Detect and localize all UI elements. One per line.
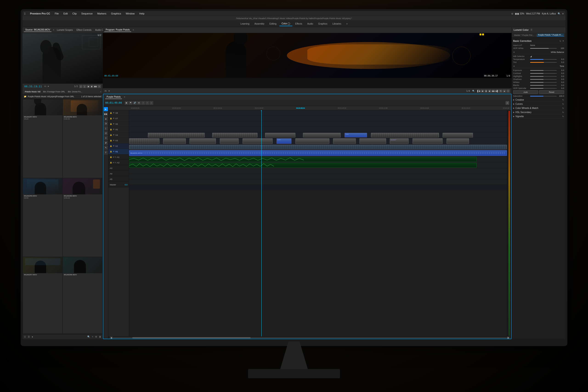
prog-btn-next[interactable]: ▶▶ [492,90,495,92]
reset-icon[interactable]: ↻ [560,40,561,42]
auto-btn[interactable]: Auto [513,90,538,94]
tool-select-btn[interactable]: ▶ [104,107,108,111]
menu-options-icon[interactable]: ≡ [562,12,564,15]
track-mute-a2[interactable]: M [113,162,114,164]
lumetri-section-creative[interactable]: ▶ Creative ↻ [513,98,564,102]
whites-value[interactable]: 0.0 [558,81,564,84]
clip-v1-main[interactable]: 961A6261.MOV2 [129,150,507,156]
track-eye-v2[interactable]: 👁 [113,145,115,147]
bin-more-btn[interactable]: » [100,90,101,93]
menu-help[interactable]: Help [138,12,145,15]
program-tab-close[interactable]: ✕ [132,29,134,31]
tint-value[interactable]: 5.0 [558,61,564,64]
track-mute-a1[interactable]: M [113,156,114,158]
prog-btn-next-edit[interactable]: ▶▌ [496,90,499,92]
menu-file[interactable]: File [54,12,60,15]
track-lock-v8[interactable]: 🔒 [110,112,112,114]
wb-selector-btn[interactable]: ◢ [530,55,532,58]
list-item[interactable]: 961A6259.MOV 49;56 [23,178,62,257]
blacks-slider[interactable] [530,85,557,86]
timeline-tab-close[interactable]: ✕ [124,96,125,98]
clip-v3-1[interactable] [129,138,159,144]
prog-btn-prev-edit[interactable]: ▌◀ [477,90,480,92]
tool-ripple[interactable]: ∎ [104,117,108,121]
track-lock-v4[interactable]: 🔒 [110,134,112,136]
track-row-v3[interactable]: Color 961A627 [129,138,507,144]
source-btn-prev[interactable]: ◀ [87,85,90,88]
lumetri-tab-master[interactable]: Master * Purple Pistols.mp3 [513,34,536,36]
track-lock-v5[interactable]: 🔒 [110,128,112,130]
source-btn-mark-out[interactable]: } [83,85,86,88]
clip-v3-10[interactable] [413,138,443,144]
tab-assembly[interactable]: Assembly [252,22,267,26]
tool-slip[interactable]: ⇳ [104,136,108,140]
tint-slider[interactable] [530,62,557,63]
tab-effect-controls[interactable]: Effect Controls [75,28,93,32]
menu-sequence[interactable]: Sequence [80,12,94,15]
track-lock-v7[interactable]: 🔒 [110,118,112,120]
tab-learning[interactable]: Learning [238,22,252,26]
tool-type[interactable]: T [104,150,108,155]
tl-tool-snap[interactable]: ⚑ [129,101,132,105]
track-eye-v5[interactable]: 👁 [113,128,115,130]
bin-tab-footage[interactable]: Bin: Footage From ORL [42,90,66,93]
hdr-white-value[interactable]: 100 [558,47,564,50]
menu-search-icon[interactable]: 🔍 [558,12,561,15]
footer-delete-icon[interactable]: 🗑 [99,336,101,338]
track-eye-v8[interactable]: 👁 [113,112,115,114]
temperature-slider[interactable] [530,59,557,60]
contrast-value[interactable]: 0.0 [558,72,564,74]
clip-v3-5[interactable] [243,138,273,144]
clip-v3-3[interactable] [189,138,216,144]
clip-v4-3[interactable] [265,133,295,138]
shadows-slider[interactable] [530,79,557,80]
bin-tab-pistols[interactable]: Pistols Music Vid [24,90,41,93]
source-btn-mark-in[interactable]: { [79,85,82,88]
tab-color[interactable]: Color ◯ [279,21,293,26]
tl-tool-extract[interactable]: ↕ [149,101,153,105]
colorwheels-reset[interactable]: ↻ [562,107,564,109]
clip-v4-5[interactable] [371,133,439,138]
clip-v4-2[interactable] [212,133,257,138]
lumetri-section-hsl[interactable]: ▶ HSL Secondary ↻ [513,110,564,114]
tab-audio[interactable]: Audio [305,22,316,26]
track-eye-v4[interactable]: 👁 [113,134,115,136]
track-lock-v3[interactable]: 🔒 [110,140,112,142]
hdr-white-slider[interactable] [530,48,557,49]
exposure-slider[interactable] [530,70,557,71]
prog-btn-prev[interactable]: ◀ [481,90,484,92]
track-lock-v1[interactable]: 🔒 [110,150,112,152]
lumetri-section-vignette[interactable]: ▶ Vignette ↻ [513,115,564,118]
tab-timeline[interactable]: Purple Pistols [105,95,122,99]
source-fps-chevron[interactable]: ▼ [47,85,49,88]
tab-effects[interactable]: Effects [293,22,304,26]
scroll-thumb[interactable] [132,337,251,338]
clip-v3-color[interactable]: Color [277,138,292,144]
prog-zoom-icon[interactable]: 🔍 [472,90,475,92]
list-item[interactable]: 961A6258.MOV [63,257,102,334]
track-row-a2[interactable] [129,162,507,168]
tool-rate-stretch[interactable]: ⌊ [104,126,108,130]
track-row-a1[interactable] [129,156,507,162]
tab-more[interactable]: » [344,22,350,26]
footer-new-item-icon[interactable]: + [92,336,93,338]
menu-user[interactable]: Kyle A. Loftus [542,12,556,15]
source-btn-add[interactable]: + [98,85,101,88]
hsl-reset[interactable]: ↻ [562,111,564,114]
highlights-slider[interactable] [530,76,557,77]
footer-settings-icon[interactable]: ⚙ [95,336,97,338]
track-row-v4[interactable]: Color [129,132,507,138]
tl-tool-marker[interactable]: M [137,101,141,105]
scroll-left-btn[interactable]: ◀ [110,336,112,339]
hdr-specular-value[interactable]: 0.0 [558,87,564,90]
clip-v4-1[interactable] [148,133,205,138]
tl-tool-link[interactable]: 🔗 [133,101,137,105]
temperature-value[interactable]: 0.0 [558,58,564,60]
track-row-v1[interactable]: 961A6261.MOV2 [129,150,507,156]
track-lock-a1[interactable]: 🔒 [110,156,112,158]
tool-pen[interactable]: ✎ [104,146,108,150]
track-eye-v6[interactable]: 👁 [113,123,115,125]
tl-add-track-btn[interactable]: + [506,101,509,105]
source-btn-play[interactable]: ▶ [90,85,93,88]
tab-source[interactable]: Source: 961A6260.MOV [24,28,51,32]
